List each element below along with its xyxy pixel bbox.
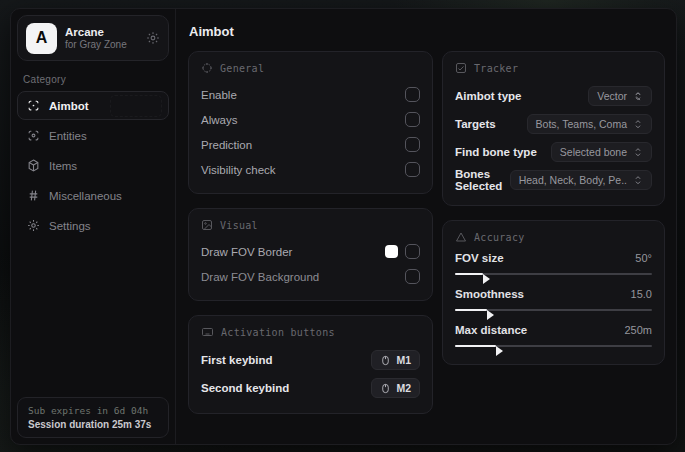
setting-row-prediction: Prediction [201, 133, 420, 156]
smoothness-slider[interactable] [455, 304, 652, 316]
app-window: A Arcane for Gray Zone Category Aimbot [10, 8, 677, 445]
draw-fov-border-checkbox[interactable] [405, 244, 420, 259]
sidebar-item-settings[interactable]: Settings [17, 211, 169, 240]
max-distance-slider[interactable] [455, 340, 652, 352]
card-title: Visual [220, 220, 258, 231]
setting-row-visibility-check: Visibility check [201, 158, 420, 181]
setting-label: Aimbot type [455, 90, 521, 102]
setting-label: Visibility check [201, 164, 276, 176]
gear-icon[interactable] [146, 31, 160, 45]
session-duration-text: Session duration 25m 37s [28, 419, 158, 430]
slider-value: 50° [635, 252, 652, 264]
activity-icon [455, 62, 467, 74]
gear-icon [27, 219, 40, 232]
setting-label: Targets [455, 118, 496, 130]
sidebar-item-label: Settings [49, 220, 91, 232]
brand-card: A Arcane for Gray Zone [17, 15, 169, 61]
slider-thumb[interactable] [487, 310, 494, 320]
chevrons-up-down-icon [633, 119, 643, 129]
image-icon [201, 219, 213, 231]
chevrons-up-down-icon [633, 175, 643, 185]
card-title: General [220, 63, 264, 74]
page-title: Aimbot [189, 24, 665, 39]
draw-fov-background-checkbox[interactable] [405, 269, 420, 284]
subscription-card: Sub expires in 6d 04h Session duration 2… [17, 397, 169, 438]
hash-icon [27, 189, 40, 202]
slider-value: 250m [624, 324, 652, 336]
sidebar-item-miscellaneous[interactable]: Miscellaneous [17, 181, 169, 210]
sidebar-item-aimbot[interactable]: Aimbot [17, 91, 169, 120]
sidebar-nav: Aimbot Entities Items Miscellaneous [17, 91, 169, 240]
keybind-value: M2 [396, 382, 411, 394]
setting-row-draw-fov-background: Draw FOV Background [201, 265, 420, 288]
sidebar-item-label: Miscellaneous [49, 190, 122, 202]
general-card: General Enable Always Prediction [188, 51, 433, 194]
sidebar: A Arcane for Gray Zone Category Aimbot [11, 9, 176, 444]
dropdown-value: Vector [597, 90, 627, 102]
scan-eye-icon [27, 129, 40, 142]
setting-label: First keybind [201, 354, 273, 366]
activation-buttons-card: Activation buttons First keybind M1 Seco… [188, 315, 433, 414]
visibility-check-checkbox[interactable] [405, 162, 420, 177]
crosshair-icon [27, 99, 40, 112]
targets-dropdown[interactable]: Bots, Teams, Coma [527, 114, 652, 134]
setting-label: Enable [201, 89, 237, 101]
ghost-watermark [110, 95, 162, 117]
setting-row-bones-selected: Bones Selected Head, Neck, Body, Pe.. [455, 167, 652, 193]
dropdown-value: Head, Neck, Body, Pe.. [519, 174, 627, 186]
chevrons-up-down-icon [633, 91, 643, 101]
app-subtitle: for Gray Zone [65, 39, 138, 51]
card-title: Activation buttons [221, 327, 335, 338]
color-swatch[interactable] [385, 245, 398, 258]
slider-label: FOV size [455, 252, 504, 264]
setting-row-enable: Enable [201, 83, 420, 106]
sidebar-item-label: Aimbot [49, 100, 89, 112]
setting-label: Draw FOV Background [201, 271, 319, 283]
prediction-checkbox[interactable] [405, 137, 420, 152]
aimbot-type-dropdown[interactable]: Vector [588, 86, 652, 106]
chevrons-up-down-icon [633, 147, 643, 157]
app-logo: A [26, 23, 57, 54]
setting-label: Bones Selected [455, 168, 510, 192]
visual-card: Visual Draw FOV Border Draw FOV Backgrou… [188, 208, 433, 301]
slider-row-fov-size: FOV size 50° [455, 252, 652, 280]
slider-value: 15.0 [631, 288, 652, 300]
slider-row-smoothness: Smoothness 15.0 [455, 288, 652, 316]
setting-label: Prediction [201, 139, 252, 151]
setting-row-always: Always [201, 108, 420, 131]
category-label: Category [23, 74, 163, 85]
always-checkbox[interactable] [405, 112, 420, 127]
keybind-row-second: Second keybind M2 [201, 375, 420, 401]
fov-size-slider[interactable] [455, 268, 652, 280]
setting-label: Second keybind [201, 382, 289, 394]
sidebar-item-entities[interactable]: Entities [17, 121, 169, 150]
keybind-row-first: First keybind M1 [201, 347, 420, 373]
second-keybind-button[interactable]: M2 [371, 378, 420, 398]
sidebar-item-items[interactable]: Items [17, 151, 169, 180]
slider-thumb[interactable] [483, 274, 490, 284]
card-title: Accuracy [474, 232, 525, 243]
setting-row-aimbot-type: Aimbot type Vector [455, 83, 652, 109]
triangle-icon [455, 231, 467, 243]
dropdown-value: Bots, Teams, Coma [536, 118, 627, 130]
sidebar-item-label: Entities [49, 130, 87, 142]
setting-label: Find bone type [455, 146, 537, 158]
slider-label: Max distance [455, 324, 527, 336]
app-name: Arcane [65, 26, 138, 39]
sub-expires-text: Sub expires in 6d 04h [28, 405, 158, 416]
sidebar-item-label: Items [49, 160, 77, 172]
setting-row-targets: Targets Bots, Teams, Coma [455, 111, 652, 137]
card-title: Tracker [474, 63, 518, 74]
setting-row-draw-fov-border: Draw FOV Border [201, 240, 420, 263]
bones-selected-dropdown[interactable]: Head, Neck, Body, Pe.. [510, 170, 652, 190]
enable-checkbox[interactable] [405, 87, 420, 102]
setting-label: Draw FOV Border [201, 246, 292, 258]
find-bone-type-dropdown[interactable]: Selected bone [551, 142, 652, 162]
mouse-icon [380, 383, 391, 394]
setting-label: Always [201, 114, 237, 126]
tracker-card: Tracker Aimbot type Vector Targets [442, 51, 665, 206]
slider-thumb[interactable] [496, 346, 503, 356]
first-keybind-button[interactable]: M1 [371, 350, 420, 370]
cube-icon [27, 159, 40, 172]
accuracy-card: Accuracy FOV size 50° Smoothness [442, 220, 665, 365]
